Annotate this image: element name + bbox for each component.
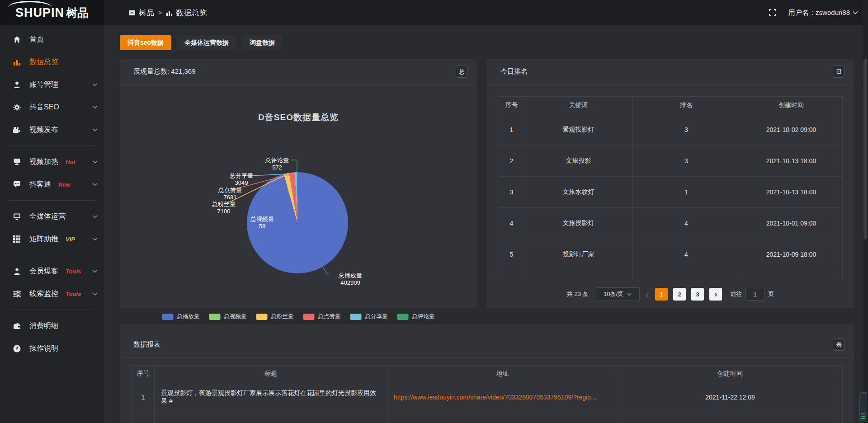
sidebar-item-member-burst[interactable]: 会员爆客 Tools (0, 260, 104, 282)
app-logo[interactable]: SHUPIN 树品 (0, 0, 104, 25)
table-row-partial (132, 412, 843, 423)
tab-omnimedia-data[interactable]: 全媒体运营数据 (177, 35, 236, 50)
sidebar-divider (8, 310, 96, 310)
breadcrumb-item-home[interactable]: 树品 (129, 8, 154, 18)
sidebar-divider (8, 146, 96, 146)
table-badge-button[interactable]: 表 (833, 338, 845, 351)
form-icon (129, 9, 136, 16)
col-keyword: 关键词 (524, 97, 633, 114)
floating-corner-widget[interactable] (859, 392, 867, 422)
goto-page-input[interactable] (745, 288, 764, 301)
goto-label: 前往 (730, 290, 742, 298)
sidebar-item-label: 消费明细 (29, 321, 58, 331)
sidebar-item-spending-detail[interactable]: 消费明细 (0, 315, 104, 337)
impressions-total-label: 展现量总数: 421,369 (133, 67, 196, 76)
chevron-down-icon (92, 236, 98, 242)
fullscreen-icon[interactable] (769, 9, 777, 17)
sidebar-item-lead-monitor[interactable]: 线索监控 Tools (0, 282, 104, 305)
legend-label: 总视频量 (224, 313, 247, 320)
page-size-value: 10条/页 (604, 290, 623, 298)
panel-header: 今日排名 日 (487, 59, 854, 85)
sidebar-item-douketong[interactable]: 抖客通 New (0, 173, 104, 196)
grid-icon (13, 235, 21, 243)
today-ranking-title: 今日排名 (500, 67, 528, 76)
breadcrumb-label: 数据总览 (176, 8, 207, 18)
table-row[interactable]: 1 景观投影灯，夜游景观投影灯厂家展示展示落花灯在花园里的灯光投影应用效果 # … (132, 382, 843, 412)
chart-title: D音SEO数据量总览 (120, 112, 477, 123)
page-scrollbar[interactable] (863, 0, 868, 423)
legend-label: 总播放量 (177, 313, 200, 320)
data-report-title: 数据报表 (133, 340, 160, 349)
day-badge-button[interactable]: 日 (833, 66, 845, 78)
sidebar-item-label: 全媒体运营 (29, 212, 66, 221)
data-report-table: 序号 标题 地址 创建时间 1 景观投影灯，夜游景观投影灯厂家展示展示落花灯在花… (132, 365, 843, 423)
sidebar-item-data-overview[interactable]: 数据总览 (0, 51, 104, 73)
table-header-row: 序号 关键词 排名 创建时间 (499, 97, 843, 114)
sidebar-item-label: 线索监控 (29, 289, 58, 299)
col-index: 序号 (132, 366, 155, 382)
sidebar-item-douyin-seo[interactable]: 抖音SEO (0, 96, 104, 118)
home-icon (13, 35, 21, 43)
sliders-icon (13, 290, 21, 298)
table-row[interactable]: 4文旅投影灯 42021-10-01 09:00 (499, 208, 843, 239)
sidebar-divider (8, 255, 96, 255)
sidebar-item-label: 操作说明 (29, 344, 58, 353)
sidebar-item-label: 抖客通 (29, 180, 51, 189)
table-row[interactable]: 2文旅投影 32021-10-13 18:00 (499, 146, 843, 177)
legend-item-videos[interactable]: 总视频量 (209, 313, 247, 320)
legend-item-likes[interactable]: 总点赞量 (303, 313, 341, 320)
legend-item-shares[interactable]: 总分享量 (350, 313, 388, 320)
sidebar-item-video-publish[interactable]: 视频发布 (0, 118, 104, 141)
seo-overview-panel: 展现量总数: 421,369 总 D音SEO数据量总览 总评论量572 总分享 (120, 59, 477, 308)
sidebar-item-matrix-boost[interactable]: 矩阵助推 VIP (0, 228, 104, 250)
legend-label: 总粉丝量 (271, 313, 294, 320)
tab-douyin-seo-data[interactable]: 抖音seo数据 (120, 35, 171, 50)
table-row[interactable]: 1景观投影灯 32021-10-02 09:00 (499, 114, 843, 146)
breadcrumb-item-current[interactable]: 数据总览 (166, 8, 207, 18)
scrollbar-thumb[interactable] (863, 59, 867, 240)
question-circle-icon: ? (13, 344, 21, 352)
tab-inquiry-data[interactable]: 询盘数据 (242, 35, 283, 50)
legend-item-plays[interactable]: 总播放量 (162, 313, 200, 320)
chevron-down-icon (92, 182, 98, 187)
breadcrumb-label: 树品 (139, 8, 154, 18)
tools-badge: Tools (66, 291, 81, 297)
video-camera-icon (13, 126, 21, 134)
app-screen: SHUPIN 树品 树品 > 数据总览 (0, 0, 868, 423)
legend-label: 总点赞量 (318, 313, 341, 320)
username-label: 用户名：zswodun88 (788, 9, 850, 17)
chart-legend: 总播放量 总视频量 总粉丝量 总点赞量 总分享量 总评论量 (162, 313, 435, 320)
prev-page-button[interactable]: ‹ (645, 289, 650, 300)
pie-label-videos: 总视频量58 (241, 216, 283, 230)
table-row[interactable]: 5投影灯厂家 42021-10-09 18:00 (499, 239, 843, 270)
legend-item-comments[interactable]: 总评论量 (397, 313, 435, 320)
page-button-1[interactable]: 1 (655, 288, 668, 301)
data-tabs: 抖音seo数据 全媒体运营数据 询盘数据 (120, 35, 283, 50)
sidebar-item-home[interactable]: 首页 (0, 28, 104, 51)
legend-swatch (256, 314, 268, 320)
breadcrumb: 树品 > 数据总览 (129, 0, 207, 25)
sidebar-item-account[interactable]: 账号管理 (0, 73, 104, 96)
sidebar-item-omnimedia[interactable]: 全媒体运营 (0, 205, 104, 228)
sidebar-item-video-heat[interactable]: 视频加热 Hot (0, 150, 104, 173)
table-empty-row (499, 270, 843, 279)
chevron-down-icon (92, 104, 98, 110)
breadcrumb-separator: > (158, 9, 162, 16)
tools-badge: Tools (66, 268, 81, 275)
user-menu[interactable]: 用户名：zswodun88 (788, 9, 858, 17)
goto-suffix: 页 (768, 290, 774, 298)
sidebar-item-help[interactable]: ? 操作说明 (0, 337, 104, 360)
pagination-total: 共 23 条 (567, 290, 589, 298)
sidebar-nav: 首页 数据总览 账号管理 抖音SEO (0, 25, 104, 423)
svg-text:?: ? (15, 346, 18, 352)
screen-stand-icon (13, 158, 21, 166)
total-badge-button[interactable]: 总 (456, 66, 468, 78)
table-row[interactable]: 3文旅水纹灯 12021-10-13 18:00 (499, 177, 843, 208)
page-button-3[interactable]: 3 (691, 288, 704, 301)
page-size-select[interactable]: 10条/页 (596, 287, 640, 301)
next-page-button[interactable]: › (709, 288, 722, 301)
page-button-2[interactable]: 2 (673, 288, 686, 301)
bar-chart-icon (13, 58, 21, 66)
video-link[interactable]: https://www.iesdouyin.com/share/video/70… (394, 394, 591, 401)
legend-item-fans[interactable]: 总粉丝量 (256, 313, 294, 320)
